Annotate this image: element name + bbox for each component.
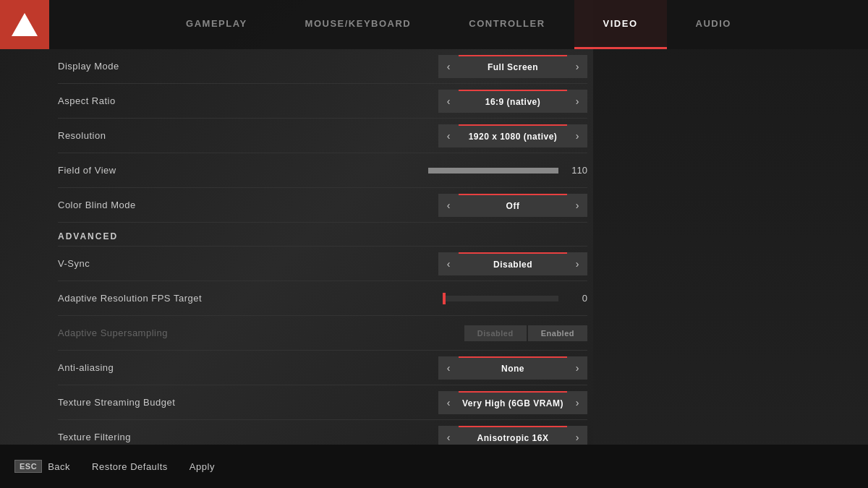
aspect-ratio-value: 16:9 (native)	[459, 90, 567, 113]
apex-logo	[0, 0, 49, 49]
aspect-ratio-prev[interactable]: ‹	[438, 90, 459, 113]
tab-video[interactable]: VIDEO	[574, 0, 667, 49]
back-button[interactable]: ESC Back	[14, 460, 70, 473]
tab-audio[interactable]: AUDIO	[667, 0, 760, 49]
adaptive-res-slider-thumb	[443, 293, 446, 304]
resolution-row: Resolution ‹ 1920 x 1080 (native) ›	[58, 119, 587, 153]
anti-aliasing-value: None	[459, 356, 567, 380]
display-mode-prev[interactable]: ‹	[438, 55, 459, 78]
color-blind-next[interactable]: ›	[567, 194, 587, 217]
adaptive-supersampling-enabled-btn[interactable]: Enabled	[528, 325, 587, 341]
adaptive-supersampling-control: Disabled Enabled	[428, 325, 587, 341]
advanced-header: ADVANCED	[58, 223, 587, 247]
tab-gameplay[interactable]: GAMEPLAY	[157, 0, 276, 49]
vsync-control: ‹ Disabled ›	[428, 252, 587, 275]
texture-filtering-value: Anisotropic 16X	[459, 426, 567, 445]
adaptive-supersampling-row: Adaptive Supersampling Disabled Enabled	[58, 316, 587, 351]
adaptive-res-control: 0	[428, 293, 587, 304]
tab-controller[interactable]: CONTROLLER	[440, 0, 574, 49]
display-mode-value: Full Screen	[459, 55, 567, 78]
main-content: Display Mode ‹ Full Screen › Aspect Rati…	[58, 49, 593, 445]
resolution-control: ‹ 1920 x 1080 (native) ›	[428, 124, 587, 147]
tab-mouse-keyboard[interactable]: MOUSE/KEYBOARD	[276, 0, 441, 49]
aspect-ratio-selector[interactable]: ‹ 16:9 (native) ›	[438, 90, 587, 113]
fov-value: 110	[566, 165, 587, 176]
fov-slider-fill	[428, 168, 558, 174]
adaptive-supersampling-toggle[interactable]: Disabled Enabled	[464, 325, 587, 341]
fov-row: Field of View 110	[58, 153, 587, 188]
display-mode-next[interactable]: ›	[567, 55, 587, 78]
resolution-value: 1920 x 1080 (native)	[459, 124, 567, 147]
resolution-selector[interactable]: ‹ 1920 x 1080 (native) ›	[438, 124, 587, 147]
adaptive-supersampling-disabled-btn[interactable]: Disabled	[464, 325, 527, 341]
adaptive-res-label: Adaptive Resolution FPS Target	[58, 293, 428, 304]
aspect-ratio-label: Aspect Ratio	[58, 95, 428, 106]
adaptive-supersampling-label: Adaptive Supersampling	[58, 328, 428, 338]
adaptive-res-value: 0	[566, 293, 587, 304]
texture-streaming-selector[interactable]: ‹ Very High (6GB VRAM) ›	[438, 391, 587, 414]
adaptive-res-slider-container: 0	[443, 293, 587, 304]
color-blind-prev[interactable]: ‹	[438, 194, 459, 217]
anti-aliasing-next[interactable]: ›	[567, 356, 587, 380]
texture-streaming-prev[interactable]: ‹	[438, 391, 459, 414]
aspect-ratio-row: Aspect Ratio ‹ 16:9 (native) ›	[58, 84, 587, 119]
aspect-ratio-next[interactable]: ›	[567, 90, 587, 113]
vsync-label: V-Sync	[58, 258, 428, 269]
display-mode-selector[interactable]: ‹ Full Screen ›	[438, 55, 587, 78]
restore-defaults-label: Restore Defaults	[92, 461, 168, 472]
fov-slider-container: 110	[428, 165, 587, 176]
apply-button[interactable]: Apply	[190, 461, 215, 472]
texture-streaming-control: ‹ Very High (6GB VRAM) ›	[428, 391, 587, 414]
restore-defaults-button[interactable]: Restore Defaults	[92, 461, 168, 472]
vsync-selector[interactable]: ‹ Disabled ›	[438, 252, 587, 275]
adaptive-res-slider-track[interactable]	[443, 296, 558, 301]
anti-aliasing-row: Anti-aliasing ‹ None ›	[58, 351, 587, 385]
texture-streaming-next[interactable]: ›	[567, 391, 587, 414]
texture-filtering-control: ‹ Anisotropic 16X ›	[428, 426, 587, 445]
display-mode-row: Display Mode ‹ Full Screen ›	[58, 49, 587, 84]
color-blind-label: Color Blind Mode	[58, 200, 428, 210]
texture-filtering-row: Texture Filtering ‹ Anisotropic 16X ›	[58, 420, 587, 445]
background-right	[593, 0, 868, 488]
texture-streaming-value: Very High (6GB VRAM)	[459, 391, 567, 414]
vsync-prev[interactable]: ‹	[438, 252, 459, 275]
vsync-row: V-Sync ‹ Disabled ›	[58, 247, 587, 281]
color-blind-selector[interactable]: ‹ Off ›	[438, 194, 587, 217]
logo-triangle-icon	[12, 13, 38, 36]
fov-label: Field of View	[58, 165, 428, 176]
texture-filtering-prev[interactable]: ‹	[438, 426, 459, 445]
esc-badge: ESC	[14, 460, 42, 473]
back-label: Back	[48, 461, 70, 472]
top-navigation: GAMEPLAY MOUSE/KEYBOARD CONTROLLER VIDEO…	[0, 0, 868, 49]
bottom-bar: ESC Back Restore Defaults Apply	[0, 445, 868, 488]
nav-tabs: GAMEPLAY MOUSE/KEYBOARD CONTROLLER VIDEO…	[49, 0, 868, 49]
vsync-next[interactable]: ›	[567, 252, 587, 275]
color-blind-row: Color Blind Mode ‹ Off ›	[58, 188, 587, 223]
settings-panel[interactable]: Display Mode ‹ Full Screen › Aspect Rati…	[58, 49, 593, 445]
texture-streaming-label: Texture Streaming Budget	[58, 397, 428, 408]
display-mode-label: Display Mode	[58, 61, 428, 72]
resolution-next[interactable]: ›	[567, 124, 587, 147]
color-blind-value: Off	[459, 194, 567, 217]
resolution-prev[interactable]: ‹	[438, 124, 459, 147]
anti-aliasing-control: ‹ None ›	[428, 356, 587, 380]
anti-aliasing-label: Anti-aliasing	[58, 362, 428, 373]
texture-streaming-row: Texture Streaming Budget ‹ Very High (6G…	[58, 385, 587, 420]
color-blind-control: ‹ Off ›	[428, 194, 587, 217]
apply-label: Apply	[190, 461, 215, 472]
adaptive-res-row: Adaptive Resolution FPS Target 0	[58, 281, 587, 316]
vsync-value: Disabled	[459, 252, 567, 275]
anti-aliasing-prev[interactable]: ‹	[438, 356, 459, 380]
display-mode-control: ‹ Full Screen ›	[428, 55, 587, 78]
anti-aliasing-selector[interactable]: ‹ None ›	[438, 356, 587, 380]
aspect-ratio-control: ‹ 16:9 (native) ›	[428, 90, 587, 113]
fov-control: 110	[428, 165, 587, 176]
texture-filtering-next[interactable]: ›	[567, 426, 587, 445]
texture-filtering-selector[interactable]: ‹ Anisotropic 16X ›	[438, 426, 587, 445]
resolution-label: Resolution	[58, 130, 428, 141]
texture-filtering-label: Texture Filtering	[58, 432, 428, 442]
fov-slider-track[interactable]	[428, 168, 558, 174]
